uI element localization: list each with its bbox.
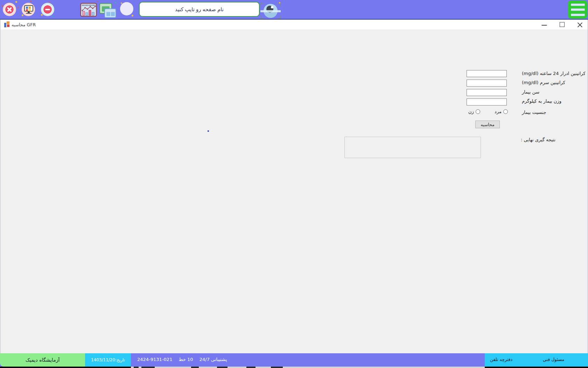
monitor-square-yellow <box>29 9 31 11</box>
taskbar-icon-sliver <box>271 367 283 368</box>
date-text: تاریخ:1403/11/20 <box>91 357 125 362</box>
final-result-box <box>344 137 481 158</box>
patient-age-input[interactable] <box>467 89 507 96</box>
window-title: محاسبه GFR <box>12 22 36 27</box>
sparkle-dot <box>132 15 133 16</box>
app-icon-red-square <box>7 25 9 27</box>
sparkle-dot <box>15 1 17 3</box>
patient-weight-input[interactable] <box>467 98 507 105</box>
eye-scan-icon[interactable] <box>260 3 281 19</box>
hamburger-menu-icon[interactable] <box>568 1 587 19</box>
radio-male-label: مرد <box>495 109 502 114</box>
front-window-pane <box>106 12 110 16</box>
sparkle-dot <box>2 5 3 7</box>
sparkle-dot <box>22 14 23 16</box>
window-titlebar[interactable]: محاسبه GFR <box>0 20 588 29</box>
bracket-corner <box>277 3 281 7</box>
calculate-button[interactable]: محاسبه <box>475 121 500 128</box>
minimize-icon-disc <box>43 5 52 14</box>
urine-creatinine-input[interactable] <box>467 70 507 77</box>
gfr-form: کراتینین ادرار 24 ساعته (mg/dl) کراتینین… <box>0 29 588 353</box>
support-phone: 021-9131-2424 <box>137 357 172 362</box>
chart-icon[interactable] <box>80 3 97 17</box>
lab-name: آزمایشگاه دیمیک <box>26 357 60 363</box>
front-window-pane <box>111 12 115 16</box>
sparkle-dot <box>18 7 19 8</box>
minimize-button[interactable] <box>536 20 552 29</box>
support-part1: پشتیبانی 24/7 <box>200 357 227 362</box>
maximize-button[interactable] <box>554 20 570 29</box>
serum-creatinine-input[interactable] <box>467 80 507 87</box>
close-icon-disc <box>5 5 14 14</box>
menu-bar <box>571 4 585 6</box>
sparkle-dot <box>115 2 116 3</box>
monitor-base <box>26 13 31 14</box>
support-part2: 10 خط <box>179 357 193 362</box>
sparkle-dot <box>49 1 50 2</box>
sparkle-dot <box>121 2 122 4</box>
radio-female[interactable]: زن <box>468 109 480 114</box>
gender-label: جنسیت بیمار <box>522 110 546 115</box>
sparkle-dot <box>52 16 54 17</box>
bracket-corner <box>277 15 281 19</box>
app-icon <box>4 21 10 27</box>
maximize-icon <box>560 22 565 27</box>
patient-age-label: سن بیمار <box>522 89 539 95</box>
final-result-label: نتیجه گیری نهایی : <box>521 137 555 142</box>
page-search-input[interactable] <box>139 2 260 17</box>
urine-creatinine-label: کراتینین ادرار 24 ساعته (mg/dl) <box>522 71 586 76</box>
close-button[interactable] <box>572 20 588 29</box>
monitor-icon <box>24 5 33 12</box>
radio-female-circle <box>476 109 480 114</box>
eye-scan-line <box>260 10 281 12</box>
minimize-app-icon[interactable] <box>41 3 54 16</box>
lab-name-section: آزمایشگاه دیمیک <box>0 353 85 367</box>
sparkle-dot <box>30 1 31 2</box>
front-window-icon <box>104 8 116 18</box>
taskbar-icon-sliver <box>141 367 155 368</box>
serum-creatinine-label: کراتینین سرم (mg/dl) <box>522 80 565 85</box>
patient-weight-label: وزن بیمار به کیلوگرم <box>522 98 561 104</box>
monitor-square-blue <box>26 7 28 9</box>
sparkle-dot <box>279 2 280 4</box>
bracket-corner <box>260 3 264 7</box>
status-bar: آزمایشگاه دیمیک تاریخ:1403/11/20 پشتیبان… <box>0 353 588 367</box>
taskbar-sliver-light <box>131 367 485 368</box>
app-icon-orange-square <box>7 21 9 24</box>
menu-bar <box>571 14 585 16</box>
technical-manager-button[interactable]: مسئول فنی <box>543 357 564 362</box>
radio-male[interactable]: مرد <box>495 109 508 114</box>
monitor-square-red <box>26 9 28 11</box>
date-section: تاریخ:1403/11/20 <box>85 353 131 367</box>
magnifier-icon[interactable] <box>120 2 133 15</box>
bracket-corner <box>260 15 264 19</box>
radio-male-circle <box>503 109 508 114</box>
eye-highlight <box>271 6 273 8</box>
top-toolbar <box>0 0 588 20</box>
taskbar-icon-sliver <box>217 367 227 368</box>
taskbar-icon-sliver <box>246 367 255 368</box>
taskbar-icon-sliver <box>191 367 199 368</box>
taskbar-sliver <box>0 367 588 368</box>
minus-icon <box>45 9 50 10</box>
sparkle-dot <box>97 1 98 2</box>
app-icon-blue-square <box>4 23 6 27</box>
sparkle-dot <box>41 14 43 16</box>
minimize-icon <box>542 25 547 26</box>
monitor-square-orange <box>29 7 31 9</box>
support-text: پشتیبانی 24/7 10 خط 021-9131-2424 <box>132 357 227 362</box>
taskbar-icon-sliver <box>134 367 139 368</box>
radio-female-label: زن <box>468 109 474 114</box>
menu-bar <box>571 8 585 11</box>
statusbar-right-section: دفترچه تلفن مسئول فنی <box>485 353 588 367</box>
phonebook-button[interactable]: دفترچه تلفن <box>490 357 512 362</box>
close-app-icon[interactable] <box>3 3 16 16</box>
stray-dot <box>208 130 209 132</box>
